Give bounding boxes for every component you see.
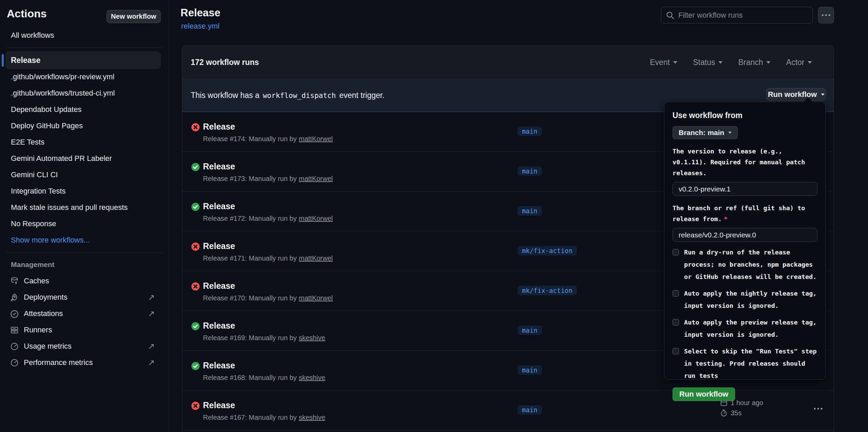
branch-badge[interactable]: main: [517, 405, 542, 415]
runs-card-header: 172 workflow runs Event Status Branch Ac…: [182, 46, 834, 79]
workflow-file-link[interactable]: release.yml: [181, 22, 219, 31]
run-description: Release #171: Manually run bymattKorwel: [203, 254, 333, 262]
selected-accent-bar: [2, 54, 4, 67]
nightly-tag-checkbox[interactable]: [673, 290, 679, 297]
management-list: Caches Deployments ↗ Attestations ↗ Runn…: [0, 273, 169, 371]
search-input[interactable]: [678, 11, 808, 20]
run-kebab-menu-button[interactable]: [812, 406, 824, 412]
branch-badge[interactable]: main: [517, 365, 542, 375]
external-link-icon: ↗: [148, 309, 155, 318]
branch-ref-input[interactable]: [673, 228, 817, 242]
actions-page: Actions New workflow All workflows Relea…: [0, 0, 868, 432]
workflow-runs-count: 172 workflow runs: [191, 58, 259, 67]
run-workflow-dropdown-button[interactable]: Run workflow: [766, 88, 826, 101]
chevron-down-icon: [728, 132, 732, 134]
sidebar-item-label: Deployments: [24, 293, 67, 302]
sidebar-item-workflow[interactable]: Integration Tests: [0, 183, 169, 199]
sidebar-item-workflow[interactable]: Mark stale issues and pull requests: [0, 199, 169, 216]
run-duration: 35s: [720, 408, 763, 418]
actor-link[interactable]: mattKorwel: [299, 175, 333, 182]
sidebar-item-attestations[interactable]: Attestations ↗: [0, 305, 169, 322]
search-icon: [666, 11, 674, 19]
sidebar: Actions New workflow All workflows Relea…: [0, 0, 169, 432]
sidebar-item-workflow[interactable]: .github/workflows/trusted-ci.yml: [0, 85, 169, 101]
run-description: Release #169: Manually run byskeshive: [203, 334, 325, 342]
runs-filters: Event Status Branch Actor: [650, 58, 812, 67]
actor-filter-dropdown[interactable]: Actor: [786, 58, 812, 67]
sidebar-item-usage-metrics[interactable]: Usage metrics ↗: [0, 338, 169, 354]
actor-link[interactable]: skeshive: [299, 414, 325, 421]
dry-run-checkbox[interactable]: [673, 249, 679, 255]
run-description: Release #174: Manually run bymattKorwel: [203, 135, 333, 143]
run-title: Release: [203, 241, 235, 251]
cache-icon: [10, 277, 19, 285]
branch-badge[interactable]: main: [517, 166, 542, 176]
branch-badge[interactable]: mk/fix-action: [517, 246, 577, 255]
page-title: Release: [181, 7, 220, 19]
server-icon: [10, 326, 19, 334]
checkbox-label: Auto apply the preview release tag, inpu…: [684, 316, 817, 341]
new-workflow-button[interactable]: New workflow: [106, 10, 161, 23]
sidebar-item-runners[interactable]: Runners: [0, 322, 169, 338]
sidebar-item-workflow[interactable]: Gemini Automated PR Labeler: [0, 150, 169, 167]
required-asterisk: *: [724, 215, 728, 222]
chevron-down-icon: [673, 61, 677, 64]
branch-badge[interactable]: mk/fix-action: [517, 286, 577, 295]
failure-icon: [191, 282, 200, 291]
sidebar-item-workflow[interactable]: Deploy GitHub Pages: [0, 118, 169, 134]
sidebar-item-label: Runners: [24, 326, 52, 334]
sidebar-item-workflow[interactable]: E2E Tests: [0, 134, 169, 150]
input-description: The branch or ref (full git sha) to rele…: [673, 203, 817, 225]
sidebar-item-workflow[interactable]: Gemini CLI CI: [0, 167, 169, 183]
preview-tag-checkbox[interactable]: [673, 319, 679, 326]
branch-badge[interactable]: main: [517, 206, 542, 216]
sidebar-item-workflow[interactable]: .github/workflows/pr-review.yml: [0, 69, 169, 85]
sidebar-item-caches[interactable]: Caches: [0, 273, 169, 289]
sidebar-item-workflow[interactable]: Dependabot Updates: [0, 101, 169, 118]
sidebar-item-performance-metrics[interactable]: Performance metrics ↗: [0, 354, 169, 371]
sidebar-item-workflow[interactable]: No Response: [0, 216, 169, 232]
run-description: Release #172: Manually run bymattKorwel: [203, 215, 333, 222]
sidebar-item-release-selected[interactable]: Release: [5, 51, 161, 69]
show-more-workflows-link[interactable]: Show more workflows...: [0, 232, 169, 248]
chevron-down-icon: [808, 61, 812, 64]
page-kebab-menu-button[interactable]: [818, 7, 834, 23]
kebab-icon: [814, 408, 816, 410]
branch-badge[interactable]: main: [517, 326, 542, 335]
run-workflow-submit-button[interactable]: Run workflow: [673, 387, 735, 401]
branch-select-button[interactable]: Branch: main: [673, 126, 738, 139]
sidebar-item-label: Attestations: [24, 309, 63, 318]
run-title: Release: [203, 361, 235, 370]
chevron-down-icon: [718, 61, 722, 64]
actor-link[interactable]: skeshive: [299, 334, 325, 342]
status-filter-dropdown[interactable]: Status: [693, 58, 722, 67]
event-filter-dropdown[interactable]: Event: [650, 58, 677, 67]
actor-link[interactable]: skeshive: [299, 374, 325, 381]
run-description: Release #168: Manually run byskeshive: [203, 374, 325, 382]
actor-link[interactable]: mattKorwel: [299, 294, 333, 302]
actor-link[interactable]: mattKorwel: [299, 254, 333, 262]
branch-filter-dropdown[interactable]: Branch: [738, 58, 770, 67]
sidebar-item-all-workflows[interactable]: All workflows: [11, 27, 54, 44]
success-icon: [191, 362, 200, 370]
workflow-list: .github/workflows/pr-review.yml .github/…: [0, 69, 169, 248]
branch-badge[interactable]: main: [517, 127, 542, 136]
rocket-icon: [10, 293, 19, 302]
meter-icon: [10, 359, 19, 367]
stopwatch-icon: [720, 409, 728, 417]
success-icon: [191, 202, 200, 211]
failure-icon: [191, 123, 200, 132]
sidebar-item-deployments[interactable]: Deployments ↗: [0, 289, 169, 305]
checkbox-label: Auto apply the nightly release tag, inpu…: [684, 287, 817, 312]
checkbox-row-preview: Auto apply the preview release tag, inpu…: [673, 316, 817, 341]
actor-link[interactable]: mattKorwel: [299, 135, 333, 143]
sidebar-item-label: Usage metrics: [24, 342, 72, 351]
external-link-icon: ↗: [148, 358, 155, 367]
filter-workflow-runs-box: [661, 7, 813, 23]
run-title: Release: [203, 201, 235, 211]
skip-tests-checkbox[interactable]: [673, 348, 679, 354]
version-input[interactable]: [673, 182, 817, 196]
banner-text: event trigger.: [339, 91, 385, 100]
actor-link[interactable]: mattKorwel: [299, 215, 333, 222]
banner-text: This workflow has a: [191, 91, 259, 100]
